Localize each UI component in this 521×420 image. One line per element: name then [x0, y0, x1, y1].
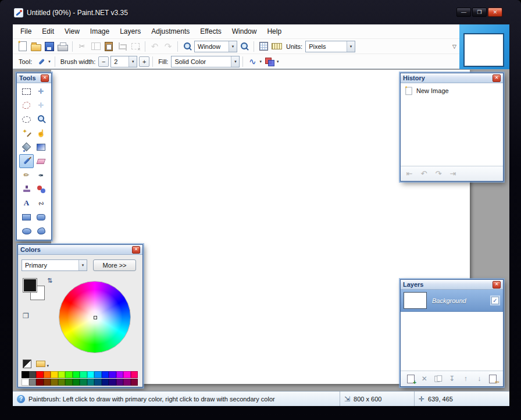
- tool-freeform-shape[interactable]: [34, 224, 48, 238]
- color-swatch[interactable]: [102, 379, 109, 386]
- menu-item-view[interactable]: View: [59, 24, 85, 38]
- cut-button[interactable]: ✂: [76, 40, 88, 53]
- color-swatch[interactable]: [94, 379, 102, 386]
- tool-magic-wand[interactable]: [19, 126, 34, 140]
- antialiasing-button[interactable]: ▾: [246, 55, 263, 68]
- color-swatch[interactable]: [44, 379, 51, 386]
- add-layer-button[interactable]: [405, 373, 416, 385]
- color-swatch[interactable]: [58, 371, 66, 378]
- color-swatch[interactable]: [36, 371, 44, 378]
- layer-properties-button[interactable]: [488, 373, 498, 385]
- menu-item-adjustments[interactable]: Adjustments: [146, 24, 195, 38]
- units-select[interactable]: Pixels ▾: [305, 41, 355, 52]
- history-undo-button[interactable]: ↶: [418, 168, 430, 179]
- more-button[interactable]: More >>: [93, 259, 136, 271]
- color-swatch[interactable]: [87, 379, 95, 386]
- color-swatch[interactable]: [87, 371, 95, 378]
- save-button[interactable]: [43, 40, 56, 53]
- tool-rectangle[interactable]: [19, 210, 34, 224]
- print-button[interactable]: [56, 40, 69, 53]
- close-button[interactable]: ✕: [488, 8, 502, 17]
- color-swatch[interactable]: [131, 379, 138, 386]
- color-swatch[interactable]: [131, 371, 138, 378]
- copy-button[interactable]: [89, 40, 102, 53]
- color-swatch[interactable]: [116, 379, 124, 386]
- duplicate-layer-button[interactable]: [433, 373, 443, 385]
- color-swatch[interactable]: [65, 379, 73, 386]
- color-swatch[interactable]: [123, 379, 131, 386]
- deselect-button[interactable]: [129, 40, 142, 53]
- active-tool-button[interactable]: ▾: [35, 55, 52, 68]
- grid-toggle-button[interactable]: [257, 40, 270, 53]
- tool-ellipse-select[interactable]: [19, 112, 34, 126]
- color-swatch[interactable]: [51, 371, 58, 378]
- layers-palette-close-button[interactable]: ✕: [493, 281, 501, 289]
- menu-item-file[interactable]: File: [15, 24, 37, 38]
- minimize-button[interactable]: —: [456, 8, 471, 17]
- color-swatch[interactable]: [116, 371, 124, 378]
- delete-layer-button[interactable]: ✕: [419, 373, 430, 385]
- tool-ellipse[interactable]: [19, 224, 34, 238]
- tool-recolor[interactable]: [34, 182, 48, 196]
- color-swatch[interactable]: [65, 371, 73, 378]
- brush-width-select[interactable]: 2 ▾: [110, 56, 137, 67]
- history-palette-titlebar[interactable]: History ✕: [401, 73, 503, 83]
- swap-colors-icon[interactable]: ⇅: [47, 277, 52, 284]
- tool-paint-bucket[interactable]: [19, 140, 34, 154]
- tool-line-curve[interactable]: [34, 196, 48, 210]
- menu-item-edit[interactable]: Edit: [37, 24, 59, 38]
- history-item[interactable]: New Image: [401, 84, 503, 97]
- tool-move-selected-pixels[interactable]: [34, 84, 48, 98]
- colors-palette-titlebar[interactable]: Colors ✕: [18, 245, 142, 255]
- toolbar-overflow-button[interactable]: ▽: [452, 44, 456, 49]
- menu-item-effects[interactable]: Effects: [195, 24, 226, 38]
- swatch-settings-button[interactable]: [22, 358, 32, 369]
- menu-item-help[interactable]: Help: [262, 24, 287, 38]
- tool-lasso-select[interactable]: [19, 98, 34, 112]
- palette-menu-button[interactable]: [35, 358, 46, 369]
- redo-button[interactable]: ↷: [162, 40, 174, 53]
- tool-move-selection[interactable]: [34, 98, 48, 112]
- brush-width-increase-button[interactable]: +: [139, 56, 149, 67]
- layer-row-background[interactable]: Background ✓: [401, 290, 503, 312]
- tool-zoom[interactable]: [34, 112, 48, 126]
- ruler-toggle-button[interactable]: [270, 40, 283, 53]
- tool-color-picker[interactable]: [34, 168, 48, 182]
- tool-paintbrush[interactable]: [19, 154, 34, 168]
- color-swatch[interactable]: [109, 371, 116, 378]
- tool-rectangle-select[interactable]: [19, 84, 34, 98]
- tool-gradient[interactable]: [34, 140, 48, 154]
- color-swatch[interactable]: [73, 379, 80, 386]
- blend-mode-button[interactable]: ▾: [263, 55, 280, 68]
- paste-button[interactable]: [102, 40, 115, 53]
- color-swatch[interactable]: [29, 371, 37, 378]
- history-palette-close-button[interactable]: ✕: [493, 74, 501, 82]
- color-swatch[interactable]: [123, 371, 131, 378]
- history-redo-button[interactable]: ↷: [433, 168, 444, 179]
- tool-clone-stamp[interactable]: [19, 182, 34, 196]
- color-mode-select[interactable]: Primary ▾: [22, 259, 87, 271]
- color-swatch[interactable]: [44, 371, 51, 378]
- color-swatch[interactable]: [51, 379, 58, 386]
- brush-width-decrease-button[interactable]: −: [98, 56, 109, 67]
- tools-palette-close-button[interactable]: ✕: [41, 74, 49, 82]
- maximize-button[interactable]: ❐: [472, 8, 487, 17]
- color-swatch[interactable]: [22, 379, 29, 386]
- color-swatch[interactable]: [58, 379, 66, 386]
- crop-button[interactable]: [116, 40, 129, 53]
- zoom-mode-select[interactable]: Window ▾: [194, 41, 237, 52]
- color-swatch[interactable]: [73, 371, 80, 378]
- color-swatch[interactable]: [22, 371, 29, 378]
- layer-visibility-checkbox[interactable]: ✓: [490, 296, 500, 305]
- color-swatch[interactable]: [80, 371, 87, 378]
- color-swatch[interactable]: [80, 379, 87, 386]
- menu-item-image[interactable]: Image: [85, 24, 115, 38]
- color-swatch[interactable]: [29, 379, 37, 386]
- layers-palette-titlebar[interactable]: Layers ✕: [401, 280, 503, 290]
- fill-style-select[interactable]: Solid Color ▾: [171, 56, 240, 67]
- color-swatch[interactable]: [94, 371, 102, 378]
- new-button[interactable]: [16, 40, 29, 53]
- history-rewind-button[interactable]: ⇤: [404, 168, 415, 179]
- tool-rounded-rectangle[interactable]: [34, 210, 48, 224]
- color-swatch[interactable]: [36, 379, 44, 386]
